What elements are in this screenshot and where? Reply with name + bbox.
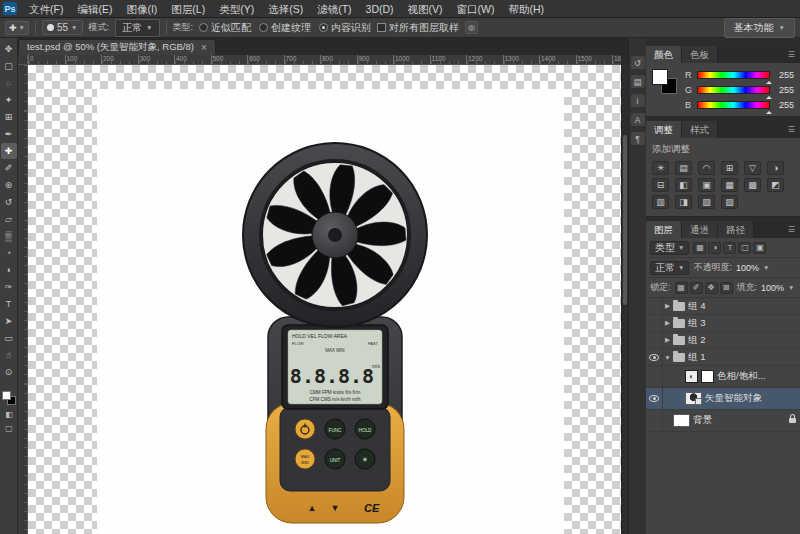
- filter-adjustment-icon[interactable]: ◑: [708, 242, 721, 254]
- menu-layer[interactable]: 图层(L): [164, 0, 212, 18]
- lock-transparency-icon[interactable]: ▦: [675, 282, 688, 294]
- close-icon[interactable]: ×: [201, 42, 207, 53]
- eraser-tool[interactable]: ▱: [1, 211, 17, 227]
- lasso-tool[interactable]: ◌: [1, 75, 17, 91]
- tab-paths[interactable]: 路径: [718, 221, 754, 238]
- layer-background[interactable]: 背景: [646, 410, 800, 432]
- brush-tool[interactable]: ✐: [1, 160, 17, 176]
- quick-selection-tool[interactable]: ✦: [1, 92, 17, 108]
- layer-group-2[interactable]: ▶ 组 2: [646, 332, 800, 349]
- sample-all-layers-checkbox[interactable]: 对所有图层取样: [377, 21, 459, 35]
- filter-pixel-icon[interactable]: ▦: [693, 242, 706, 254]
- panel-menu-icon[interactable]: ☰: [783, 125, 800, 134]
- layer-hue-saturation[interactable]: 色相/饱和...: [646, 366, 800, 388]
- layer-thumbnail[interactable]: [685, 370, 698, 383]
- tab-swatches[interactable]: 色板: [682, 46, 718, 63]
- fill-value[interactable]: 100%: [761, 283, 784, 293]
- tool-preset-picker[interactable]: ✚ ▼: [5, 21, 29, 35]
- canvas[interactable]: HOLD VEL FLOW AREA FLOW FAST MAX MIN 8.8…: [28, 65, 621, 534]
- eyedropper-tool[interactable]: ✒: [1, 126, 17, 142]
- gradient-tool[interactable]: ▒: [1, 228, 17, 244]
- clone-stamp-tool[interactable]: ⊛: [1, 177, 17, 193]
- radio-create-texture[interactable]: 创建纹理: [259, 21, 311, 35]
- spot-healing-tool[interactable]: ✚: [1, 143, 17, 159]
- marquee-tool[interactable]: ▢: [1, 58, 17, 74]
- layer-name[interactable]: 组 2: [688, 334, 796, 347]
- layer-mask-thumbnail[interactable]: [701, 370, 714, 383]
- foreground-color-swatch[interactable]: [652, 69, 668, 85]
- adj-gradient-map[interactable]: ▧: [698, 195, 715, 209]
- filter-shape-icon[interactable]: ▢: [738, 242, 751, 254]
- menu-window[interactable]: 窗口(W): [450, 0, 502, 18]
- menu-image[interactable]: 图像(I): [119, 0, 164, 18]
- radio-content-aware[interactable]: 内容识别: [319, 21, 371, 35]
- layer-group-1[interactable]: ▼ 组 1: [646, 349, 800, 366]
- menu-filter[interactable]: 滤镜(T): [310, 0, 358, 18]
- radio-proximity-match[interactable]: 近似匹配: [199, 21, 251, 35]
- pen-pressure-icon[interactable]: ◎: [465, 21, 478, 34]
- layer-name[interactable]: 组 3: [688, 317, 796, 330]
- menu-view[interactable]: 视图(V): [401, 0, 450, 18]
- dock-info-icon[interactable]: i: [631, 94, 645, 107]
- blend-mode-dropdown[interactable]: 正常 ▼: [650, 261, 689, 275]
- layer-name[interactable]: 组 1: [688, 351, 796, 364]
- layer-smart-object[interactable]: 矢量智能对象: [646, 388, 800, 410]
- move-tool[interactable]: ✥: [1, 41, 17, 57]
- visibility-toggle[interactable]: [646, 410, 663, 431]
- color-swatch-pair[interactable]: [652, 69, 678, 95]
- pen-tool[interactable]: ✑: [1, 279, 17, 295]
- history-brush-tool[interactable]: ↺: [1, 194, 17, 210]
- dock-properties-icon[interactable]: ▤: [631, 75, 645, 88]
- slider-thumb-icon[interactable]: [766, 93, 772, 99]
- mode-dropdown[interactable]: 正常 ▼: [115, 19, 159, 37]
- adj-posterize[interactable]: ▥: [652, 195, 669, 209]
- adj-vibrance[interactable]: ▽: [744, 161, 761, 175]
- channel-b-slider[interactable]: [697, 101, 770, 109]
- dock-paragraph-icon[interactable]: ¶: [631, 132, 645, 145]
- adj-hue-saturation[interactable]: ◑: [767, 161, 784, 175]
- layer-group-3[interactable]: ▶ 组 3: [646, 315, 800, 332]
- tab-channels[interactable]: 通道: [682, 221, 718, 238]
- filter-smart-icon[interactable]: ▣: [753, 242, 766, 254]
- adj-brightness-contrast[interactable]: ☀: [652, 161, 669, 175]
- visibility-toggle[interactable]: [646, 388, 663, 409]
- adj-color-balance[interactable]: ⊟: [652, 178, 669, 192]
- screen-mode-button[interactable]: ▢: [5, 424, 13, 433]
- quick-mask-button[interactable]: ◧: [5, 410, 13, 419]
- adj-exposure[interactable]: ⊞: [721, 161, 738, 175]
- adj-photo-filter[interactable]: ▣: [698, 178, 715, 192]
- shape-tool[interactable]: ▭: [1, 330, 17, 346]
- tab-color[interactable]: 颜色: [646, 46, 682, 63]
- adj-selective-color[interactable]: ▨: [721, 195, 738, 209]
- menu-edit[interactable]: 编辑(E): [70, 0, 119, 18]
- visibility-toggle[interactable]: [646, 366, 663, 387]
- menu-help[interactable]: 帮助(H): [502, 0, 552, 18]
- adj-channel-mixer[interactable]: ▦: [721, 178, 738, 192]
- layer-thumbnail[interactable]: [673, 302, 685, 311]
- document-tab[interactable]: test.psd @ 50% (矢量智能对象, RGB/8) ×: [18, 39, 216, 55]
- visibility-toggle[interactable]: [646, 349, 663, 365]
- brush-size-picker[interactable]: 55 ▼: [42, 20, 83, 35]
- dock-character-icon[interactable]: A: [631, 113, 645, 126]
- layer-group-4[interactable]: ▶ 组 4: [646, 298, 800, 315]
- tab-styles[interactable]: 样式: [682, 121, 718, 138]
- menu-type[interactable]: 类型(Y): [212, 0, 261, 18]
- layer-thumbnail[interactable]: [673, 319, 685, 328]
- layer-thumbnail[interactable]: [685, 392, 702, 405]
- adj-levels[interactable]: ▤: [675, 161, 692, 175]
- layer-thumbnail[interactable]: [673, 353, 685, 362]
- channel-value[interactable]: 255: [774, 85, 794, 95]
- tab-layers[interactable]: 图层: [646, 221, 682, 238]
- zoom-tool[interactable]: ⊙: [1, 364, 17, 380]
- slider-thumb-icon[interactable]: [766, 78, 772, 84]
- channel-g-slider[interactable]: [697, 86, 770, 94]
- channel-value[interactable]: 255: [774, 70, 794, 80]
- expand-arrow-icon[interactable]: ▶: [663, 302, 672, 310]
- lock-all-icon[interactable]: ⊠: [720, 282, 733, 294]
- adj-invert[interactable]: ◩: [767, 178, 784, 192]
- layer-thumbnail[interactable]: [673, 414, 690, 427]
- menu-3d[interactable]: 3D(D): [359, 0, 401, 18]
- panel-menu-icon[interactable]: ☰: [783, 50, 800, 59]
- visibility-toggle[interactable]: [646, 298, 663, 314]
- expand-arrow-icon[interactable]: ▶: [663, 336, 672, 344]
